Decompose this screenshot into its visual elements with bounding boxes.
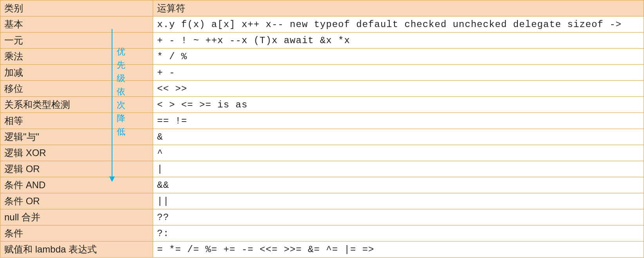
table-row: 加减 + - <box>0 65 644 81</box>
cell-operator: | <box>153 161 644 177</box>
cell-category: 逻辑 OR <box>0 161 153 177</box>
table-row: 条件 AND && <box>0 177 644 193</box>
cell-category: 逻辑 XOR <box>0 145 153 161</box>
cell-category: 条件 <box>0 225 153 242</box>
table-row: 关系和类型检测 < > <= >= is as <box>0 97 644 113</box>
header-category: 类别 <box>0 0 153 16</box>
cell-category: 加减 <box>0 65 153 81</box>
cell-category: 条件 AND <box>0 177 153 193</box>
header-operator: 运算符 <box>153 0 644 16</box>
cell-operator: + - <box>153 65 644 81</box>
cell-operator: + - ! ~ ++x --x (T)x await &x *x <box>153 33 644 49</box>
cell-category: 相等 <box>0 113 153 129</box>
table-row: 逻辑 XOR ^ <box>0 145 644 161</box>
cell-operator: = *= /= %= += -= <<= >>= &= ^= |= => <box>153 242 644 258</box>
table-row: 条件 OR || <box>0 193 644 209</box>
cell-operator: * / % <box>153 49 644 65</box>
cell-category: null 合并 <box>0 209 153 225</box>
cell-operator: || <box>153 193 644 209</box>
table-row: 乘法 * / % <box>0 49 644 65</box>
table-row: 相等 == != <box>0 113 644 129</box>
table-header-row: 类别 运算符 <box>0 0 644 16</box>
cell-operator: && <box>153 177 644 193</box>
cell-operator: < > <= >= is as <box>153 97 644 113</box>
cell-operator: ?: <box>153 225 644 242</box>
cell-operator: == != <box>153 113 644 129</box>
table-row: 赋值和 lambda 表达式 = *= /= %= += -= <<= >>= … <box>0 242 644 258</box>
cell-category: 逻辑"与" <box>0 129 153 145</box>
table-row: 一元 + - ! ~ ++x --x (T)x await &x *x <box>0 33 644 49</box>
cell-category: 条件 OR <box>0 193 153 209</box>
cell-operator: x.y f(x) a[x] x++ x-- new typeof default… <box>153 16 644 33</box>
cell-operator: ?? <box>153 209 644 225</box>
table-row: 条件 ?: <box>0 225 644 242</box>
table-row: 基本 x.y f(x) a[x] x++ x-- new typeof defa… <box>0 16 644 33</box>
table-row: 逻辑"与" & <box>0 129 644 145</box>
cell-category: 基本 <box>0 16 153 33</box>
table-row: 移位 << >> <box>0 81 644 97</box>
table-row: null 合并 ?? <box>0 209 644 225</box>
cell-category: 移位 <box>0 81 153 97</box>
cell-operator: ^ <box>153 145 644 161</box>
cell-category: 一元 <box>0 33 153 49</box>
table-row: 逻辑 OR | <box>0 161 644 177</box>
cell-category: 乘法 <box>0 49 153 65</box>
table-body: 基本 x.y f(x) a[x] x++ x-- new typeof defa… <box>0 16 644 258</box>
cell-category: 关系和类型检测 <box>0 97 153 113</box>
cell-operator: & <box>153 129 644 145</box>
operator-precedence-table: 类别 运算符 基本 x.y f(x) a[x] x++ x-- new type… <box>0 0 644 258</box>
cell-operator: << >> <box>153 81 644 97</box>
cell-category: 赋值和 lambda 表达式 <box>0 242 153 258</box>
